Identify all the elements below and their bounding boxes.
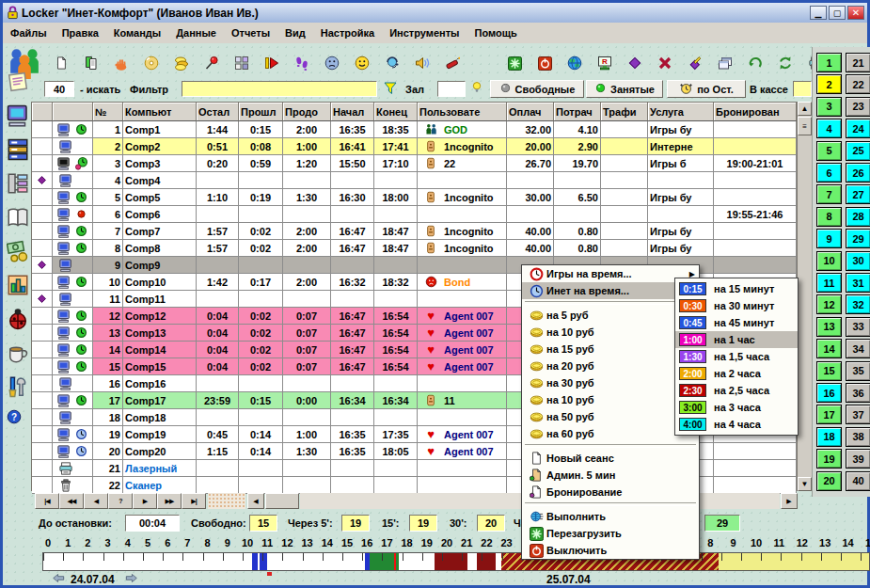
table-row[interactable]: 7Comp71:570:022:0016:4718:471ncognito40.… <box>32 223 797 240</box>
nav-button[interactable]: ▶| <box>182 493 206 509</box>
sidebar-tools-icon[interactable] <box>7 375 31 400</box>
submenu-item[interactable]: 3:00на 3 часа <box>675 399 798 416</box>
menu-item-money[interactable]: на 10 руб <box>522 391 699 408</box>
computer-button-39[interactable]: 39 <box>846 449 870 469</box>
submenu-item[interactable]: 0:15на 15 минут <box>675 280 798 297</box>
computer-button-38[interactable]: 38 <box>846 427 870 447</box>
menu-item-power[interactable]: Выключить <box>522 542 699 559</box>
menu-item-money[interactable]: на 10 руб <box>522 324 699 341</box>
toolbar-remote-screen-icon[interactable]: R <box>593 52 616 74</box>
col-header[interactable]: Прошл <box>239 103 283 121</box>
sidebar-computer-icon[interactable] <box>7 104 31 129</box>
computer-button-15[interactable]: 15 <box>816 361 842 381</box>
computer-button-31[interactable]: 31 <box>846 273 870 293</box>
toolbar-speaker-icon[interactable] <box>411 52 434 74</box>
table-row[interactable]: 1Comp11:440:152:0016:3518:35GOD32.004.10… <box>32 121 797 138</box>
table-row[interactable]: 4Comp4 <box>32 172 797 189</box>
col-header[interactable]: Начал <box>331 103 374 121</box>
toolbar-dynamite-icon[interactable] <box>441 52 464 74</box>
menu-item-session[interactable]: Новый сеанс <box>522 450 699 467</box>
table-row[interactable]: 2Comp20:510:081:0016:4117:411ncognito20.… <box>32 138 797 155</box>
computer-button-11[interactable]: 11 <box>816 273 842 293</box>
col-header[interactable]: Потрач <box>554 103 601 121</box>
menubar-item-Отчеты[interactable]: Отчеты <box>224 24 277 41</box>
computer-button-26[interactable]: 26 <box>846 163 870 183</box>
nav-button[interactable]: ▶▶ <box>157 493 182 509</box>
computer-button-5[interactable]: 5 <box>816 141 842 161</box>
table-row[interactable]: 5Comp51:100:191:3016:3018:001ncognito30.… <box>32 189 797 206</box>
computer-button-1[interactable]: 1 <box>816 53 842 72</box>
nav-button[interactable]: ◀◀ <box>59 493 84 509</box>
nav-button[interactable]: |◀ <box>35 493 59 509</box>
computer-button-36[interactable]: 36 <box>846 383 870 403</box>
menubar-item-Команды[interactable]: Команды <box>106 24 168 41</box>
minimize-button[interactable]: ▁ <box>810 6 827 20</box>
submenu-item[interactable]: 1:00на 1 час <box>675 331 798 348</box>
menubar-item-Данные[interactable]: Данные <box>168 24 224 41</box>
toolbar-diamond-purple-icon[interactable] <box>624 52 646 74</box>
menubar-item-Файлы[interactable]: Файлы <box>3 24 55 41</box>
submenu-item[interactable]: 2:00на 2 часа <box>675 365 798 382</box>
computer-button-34[interactable]: 34 <box>846 339 870 358</box>
col-header[interactable]: Остал <box>197 103 239 121</box>
computer-button-28[interactable]: 28 <box>846 207 870 227</box>
toolbar-power-red-icon[interactable] <box>533 52 556 74</box>
col-header[interactable]: № <box>93 103 123 121</box>
sidebar-chart-icon[interactable] <box>7 274 31 298</box>
col-header[interactable]: Продо <box>283 103 331 121</box>
computer-button-8[interactable]: 8 <box>816 207 842 227</box>
toolbar-refresh-icon[interactable] <box>774 52 797 74</box>
busy-filter-button[interactable]: Занятые <box>586 80 663 98</box>
toolbar-window-copy-icon[interactable] <box>714 52 736 74</box>
col-header[interactable]: Конец <box>374 103 418 121</box>
computer-button-6[interactable]: 6 <box>816 163 842 183</box>
computer-button-19[interactable]: 19 <box>816 449 842 469</box>
menu-item[interactable]: Игры на время...▶ <box>522 265 699 282</box>
submenu-item[interactable]: 1:30на 1,5 часа <box>675 348 798 365</box>
toolbar-delete-x-icon[interactable] <box>654 52 676 74</box>
computer-button-2[interactable]: 2 <box>816 74 842 94</box>
toolbar-new-document-icon[interactable] <box>50 52 72 74</box>
free-filter-button[interactable]: Свободные <box>490 80 584 98</box>
menubar-item-Помощь[interactable]: Помощь <box>467 24 524 41</box>
computer-button-16[interactable]: 16 <box>816 383 842 403</box>
sidebar-server-icon[interactable] <box>7 138 31 163</box>
sidebar-flowchart-icon[interactable] <box>7 172 31 197</box>
computer-button-17[interactable]: 17 <box>816 405 842 424</box>
computer-button-18[interactable]: 18 <box>816 427 842 447</box>
toolbar-edit-diamond-icon[interactable] <box>684 52 706 74</box>
sidebar-book-icon[interactable] <box>7 206 31 230</box>
sidebar-coffee-icon[interactable] <box>7 342 31 366</box>
computer-button-40[interactable]: 40 <box>846 471 870 491</box>
computer-button-7[interactable]: 7 <box>816 184 842 204</box>
computer-button-35[interactable]: 35 <box>846 361 870 381</box>
menubar-item-Правка[interactable]: Правка <box>55 24 106 41</box>
submenu-item[interactable]: 0:30на 30 минут <box>675 297 798 314</box>
nav-button[interactable]: ? <box>108 493 133 509</box>
filter-funnel-icon[interactable] <box>383 81 398 98</box>
computer-button-12[interactable]: 12 <box>816 294 842 314</box>
h-scroll-thumb[interactable] <box>265 493 299 509</box>
computer-button-9[interactable]: 9 <box>816 229 842 248</box>
menu-item-money[interactable]: на 30 руб <box>522 374 699 391</box>
toolbar-hand-icon[interactable] <box>110 52 133 74</box>
timeline-bar[interactable] <box>42 552 870 571</box>
submenu-item[interactable]: 4:00на 4 часа <box>675 416 798 433</box>
computer-button-32[interactable]: 32 <box>846 294 870 314</box>
toolbar-globe-icon[interactable] <box>563 52 586 74</box>
col-header[interactable]: Бронирован <box>714 103 797 121</box>
toolbar-coins-icon[interactable] <box>170 52 193 74</box>
toolbar-cd-disc-icon[interactable] <box>140 52 163 74</box>
computer-button-23[interactable]: 23 <box>846 97 870 117</box>
menu-item-money[interactable]: на 50 руб <box>522 408 699 425</box>
search-count-input[interactable]: 40 <box>44 81 74 97</box>
cash-input[interactable] <box>793 81 812 97</box>
table-row[interactable]: 6Comp619:55-21:46 <box>32 206 797 223</box>
computer-button-13[interactable]: 13 <box>816 317 842 337</box>
filter-input[interactable] <box>182 81 377 97</box>
next-day-icon[interactable] <box>125 572 138 586</box>
menu-item-money[interactable]: на 15 руб <box>522 341 699 358</box>
toolbar-burst-green-icon[interactable] <box>503 52 526 74</box>
computer-button-33[interactable]: 33 <box>846 317 870 337</box>
toolbar-pin-icon[interactable] <box>200 52 223 74</box>
